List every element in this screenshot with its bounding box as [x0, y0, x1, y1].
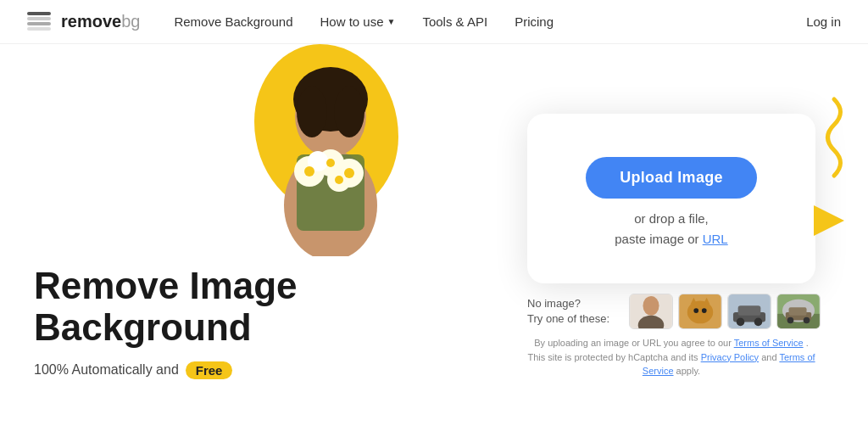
svg-rect-1: [27, 22, 51, 25]
tos-link[interactable]: Terms of Service: [734, 338, 804, 348]
svg-point-18: [335, 176, 343, 184]
sample-thumbs: [629, 294, 821, 329]
logo-text: removebg: [61, 12, 140, 31]
hero-text: Remove Image Background 100% Automatical…: [34, 266, 441, 379]
hero-person-image: [246, 44, 415, 256]
hero-title-line1: Remove Image: [34, 265, 298, 306]
navbar: removebg Remove Background How to use ▼ …: [0, 0, 868, 44]
hero-title: Remove Image Background: [34, 266, 441, 348]
svg-point-28: [702, 308, 707, 313]
svg-point-32: [737, 318, 745, 327]
hero-section: Remove Image Background 100% Automatical…: [0, 44, 475, 448]
disclaimer-text4: apply.: [676, 366, 701, 376]
disclaimer-text1: By uploading an image or URL you agree t…: [534, 338, 732, 348]
sample-label-line1: No image?: [527, 297, 581, 310]
logo[interactable]: removebg: [27, 10, 140, 34]
svg-rect-3: [27, 27, 51, 31]
logo-remove: remove: [61, 12, 121, 31]
svg-rect-0: [27, 17, 51, 20]
svg-point-27: [693, 308, 698, 313]
login-button[interactable]: Log in: [806, 14, 841, 29]
logo-icon: [27, 10, 54, 34]
url-link[interactable]: URL: [703, 232, 728, 246]
hero-title-line2: Background: [34, 306, 252, 348]
nav-item-remove-background[interactable]: Remove Background: [174, 14, 292, 29]
hero-subtitle: 100% Automatically and Free: [34, 361, 441, 379]
nav-item-pricing[interactable]: Pricing: [515, 14, 554, 29]
svg-point-21: [643, 296, 659, 316]
nav-item-how-to-use[interactable]: How to use ▼: [320, 14, 395, 29]
sample-thumb-person[interactable]: [629, 294, 673, 329]
triangle-decoration: [814, 205, 844, 236]
upload-image-button[interactable]: Upload Image: [586, 157, 757, 199]
svg-rect-2: [27, 12, 51, 15]
upload-card: Upload Image or drop a file, paste image…: [527, 114, 815, 283]
chevron-down-icon: ▼: [387, 17, 396, 26]
svg-point-40: [804, 317, 810, 324]
paste-label: paste image or: [615, 232, 698, 246]
nav-how-to-use-label: How to use: [320, 14, 383, 29]
squiggle-decoration: [800, 95, 851, 180]
drop-text: or drop a file, paste image or URL: [615, 209, 727, 249]
main-content: Remove Image Background 100% Automatical…: [0, 44, 868, 448]
svg-rect-38: [789, 307, 807, 316]
nav-right: Log in: [806, 14, 841, 30]
sample-thumb-car[interactable]: [727, 294, 771, 329]
svg-point-7: [297, 87, 327, 137]
svg-point-15: [304, 166, 314, 176]
drop-file-label: or drop a file,: [634, 211, 709, 226]
sample-images-row: No image? Try one of these:: [527, 294, 815, 329]
svg-point-17: [344, 168, 354, 178]
svg-point-33: [754, 318, 763, 327]
upload-section: Upload Image or drop a file, paste image…: [475, 44, 868, 448]
svg-rect-31: [738, 306, 761, 316]
nav-links: Remove Background How to use ▼ Tools & A…: [174, 14, 806, 29]
svg-point-39: [787, 317, 794, 324]
sample-label-line2: Try one of these:: [527, 312, 609, 325]
svg-point-16: [326, 159, 335, 167]
disclaimer-text: By uploading an image or URL you agree t…: [527, 336, 815, 378]
free-badge: Free: [186, 361, 233, 379]
svg-marker-19: [814, 205, 844, 236]
sample-thumb-cat[interactable]: [678, 294, 722, 329]
nav-item-tools-api[interactable]: Tools & API: [422, 14, 487, 29]
hero-image-wrapper: [237, 44, 424, 265]
svg-point-8: [334, 87, 364, 137]
logo-bg: bg: [121, 12, 140, 31]
sample-label: No image? Try one of these:: [527, 296, 620, 327]
sample-thumb-terrain[interactable]: [776, 294, 821, 329]
hero-subtitle-text: 100% Automatically and: [34, 362, 179, 378]
privacy-link[interactable]: Privacy Policy: [701, 352, 759, 362]
svg-point-24: [687, 301, 713, 324]
disclaimer-text3: and: [761, 352, 776, 362]
